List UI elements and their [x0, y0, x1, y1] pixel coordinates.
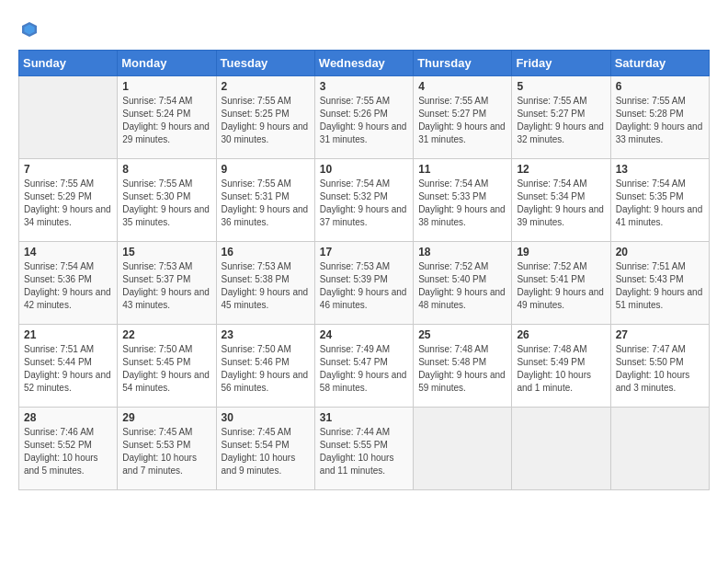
cell-info: Sunrise: 7:48 AMSunset: 5:49 PMDaylight:…: [517, 343, 605, 395]
cell-info: Sunrise: 7:53 AMSunset: 5:38 PMDaylight:…: [222, 260, 310, 312]
day-number: 6: [616, 80, 704, 93]
calendar-cell: 2Sunrise: 7:55 AMSunset: 5:25 PMDaylight…: [216, 76, 314, 159]
day-number: 27: [616, 328, 704, 341]
cell-info: Sunrise: 7:55 AMSunset: 5:26 PMDaylight:…: [320, 95, 408, 146]
header-cell-monday: Monday: [118, 51, 216, 76]
calendar-cell: 8Sunrise: 7:55 AMSunset: 5:30 PMDaylight…: [118, 159, 216, 242]
cell-info: Sunrise: 7:54 AMSunset: 5:36 PMDaylight:…: [24, 260, 112, 312]
day-number: 29: [122, 411, 210, 424]
calendar-week-1: 7Sunrise: 7:55 AMSunset: 5:29 PMDaylight…: [19, 159, 710, 242]
cell-info: Sunrise: 7:55 AMSunset: 5:27 PMDaylight:…: [418, 95, 506, 146]
day-number: 4: [418, 80, 506, 93]
calendar-week-3: 21Sunrise: 7:51 AMSunset: 5:44 PMDayligh…: [19, 325, 710, 408]
calendar-cell: 20Sunrise: 7:51 AMSunset: 5:43 PMDayligh…: [610, 242, 709, 325]
calendar-cell: 14Sunrise: 7:54 AMSunset: 5:36 PMDayligh…: [19, 242, 118, 325]
day-number: 2: [222, 80, 310, 93]
day-number: 12: [517, 163, 605, 176]
cell-info: Sunrise: 7:54 AMSunset: 5:33 PMDaylight:…: [418, 178, 506, 229]
day-number: 14: [24, 246, 112, 259]
calendar-cell: 30Sunrise: 7:45 AMSunset: 5:54 PMDayligh…: [216, 408, 314, 490]
cell-info: Sunrise: 7:48 AMSunset: 5:48 PMDaylight:…: [418, 343, 506, 395]
calendar-cell: 5Sunrise: 7:55 AMSunset: 5:27 PMDaylight…: [512, 76, 610, 159]
calendar-cell: 16Sunrise: 7:53 AMSunset: 5:38 PMDayligh…: [216, 242, 314, 325]
calendar-cell: 19Sunrise: 7:52 AMSunset: 5:41 PMDayligh…: [512, 242, 610, 325]
calendar-week-4: 28Sunrise: 7:46 AMSunset: 5:52 PMDayligh…: [19, 408, 710, 490]
calendar-cell: [19, 76, 118, 159]
day-number: 26: [517, 328, 605, 341]
day-number: 20: [616, 246, 704, 259]
day-number: 25: [418, 328, 506, 341]
day-number: 1: [122, 80, 210, 93]
calendar-body: 1Sunrise: 7:54 AMSunset: 5:24 PMDaylight…: [19, 76, 710, 490]
cell-info: Sunrise: 7:51 AMSunset: 5:44 PMDaylight:…: [24, 343, 112, 395]
calendar-cell: 26Sunrise: 7:48 AMSunset: 5:49 PMDayligh…: [512, 325, 610, 408]
header-row: SundayMondayTuesdayWednesdayThursdayFrid…: [19, 51, 710, 76]
day-number: 13: [616, 163, 704, 176]
day-number: 18: [418, 246, 506, 259]
cell-info: Sunrise: 7:54 AMSunset: 5:32 PMDaylight:…: [320, 178, 408, 229]
day-number: 24: [320, 328, 408, 341]
calendar-cell: 10Sunrise: 7:54 AMSunset: 5:32 PMDayligh…: [314, 159, 413, 242]
cell-info: Sunrise: 7:50 AMSunset: 5:46 PMDaylight:…: [222, 343, 310, 395]
calendar-cell: 21Sunrise: 7:51 AMSunset: 5:44 PMDayligh…: [19, 325, 118, 408]
calendar-cell: [414, 408, 512, 490]
calendar-week-2: 14Sunrise: 7:54 AMSunset: 5:36 PMDayligh…: [19, 242, 710, 325]
cell-info: Sunrise: 7:52 AMSunset: 5:40 PMDaylight:…: [418, 260, 506, 312]
cell-info: Sunrise: 7:46 AMSunset: 5:52 PMDaylight:…: [24, 426, 112, 477]
cell-info: Sunrise: 7:54 AMSunset: 5:24 PMDaylight:…: [122, 95, 210, 146]
calendar-cell: [610, 408, 709, 490]
cell-info: Sunrise: 7:45 AMSunset: 5:53 PMDaylight:…: [122, 426, 210, 477]
day-number: 5: [517, 80, 605, 93]
calendar-cell: 4Sunrise: 7:55 AMSunset: 5:27 PMDaylight…: [414, 76, 512, 159]
cell-info: Sunrise: 7:53 AMSunset: 5:37 PMDaylight:…: [122, 260, 210, 312]
calendar-cell: 27Sunrise: 7:47 AMSunset: 5:50 PMDayligh…: [610, 325, 709, 408]
calendar-cell: 7Sunrise: 7:55 AMSunset: 5:29 PMDaylight…: [19, 159, 118, 242]
calendar-cell: 6Sunrise: 7:55 AMSunset: 5:28 PMDaylight…: [610, 76, 709, 159]
day-number: 9: [222, 163, 310, 176]
header-cell-saturday: Saturday: [610, 51, 709, 76]
cell-info: Sunrise: 7:52 AMSunset: 5:41 PMDaylight:…: [517, 260, 605, 312]
calendar-cell: 23Sunrise: 7:50 AMSunset: 5:46 PMDayligh…: [216, 325, 314, 408]
calendar-cell: 24Sunrise: 7:49 AMSunset: 5:47 PMDayligh…: [314, 325, 413, 408]
calendar-cell: [512, 408, 610, 490]
cell-info: Sunrise: 7:45 AMSunset: 5:54 PMDaylight:…: [222, 426, 310, 477]
day-number: 28: [24, 411, 112, 424]
cell-info: Sunrise: 7:54 AMSunset: 5:35 PMDaylight:…: [616, 178, 704, 229]
cell-info: Sunrise: 7:51 AMSunset: 5:43 PMDaylight:…: [616, 260, 704, 312]
cell-info: Sunrise: 7:55 AMSunset: 5:27 PMDaylight:…: [517, 95, 605, 146]
day-number: 11: [418, 163, 506, 176]
logo-icon: [18, 18, 40, 40]
calendar-cell: 13Sunrise: 7:54 AMSunset: 5:35 PMDayligh…: [610, 159, 709, 242]
day-number: 23: [222, 328, 310, 341]
day-number: 21: [24, 328, 112, 341]
cell-info: Sunrise: 7:53 AMSunset: 5:39 PMDaylight:…: [320, 260, 408, 312]
calendar-header: SundayMondayTuesdayWednesdayThursdayFrid…: [19, 51, 710, 76]
cell-info: Sunrise: 7:55 AMSunset: 5:31 PMDaylight:…: [222, 178, 310, 229]
calendar-cell: 9Sunrise: 7:55 AMSunset: 5:31 PMDaylight…: [216, 159, 314, 242]
day-number: 7: [24, 163, 112, 176]
calendar-cell: 31Sunrise: 7:44 AMSunset: 5:55 PMDayligh…: [314, 408, 413, 490]
day-number: 22: [122, 328, 210, 341]
cell-info: Sunrise: 7:44 AMSunset: 5:55 PMDaylight:…: [320, 426, 408, 477]
calendar-cell: 12Sunrise: 7:54 AMSunset: 5:34 PMDayligh…: [512, 159, 610, 242]
calendar-cell: 29Sunrise: 7:45 AMSunset: 5:53 PMDayligh…: [118, 408, 216, 490]
day-number: 16: [222, 246, 310, 259]
cell-info: Sunrise: 7:55 AMSunset: 5:28 PMDaylight:…: [616, 95, 704, 146]
day-number: 30: [222, 411, 310, 424]
day-number: 8: [122, 163, 210, 176]
day-number: 31: [320, 411, 408, 424]
header-cell-sunday: Sunday: [19, 51, 118, 76]
day-number: 15: [122, 246, 210, 259]
cell-info: Sunrise: 7:49 AMSunset: 5:47 PMDaylight:…: [320, 343, 408, 395]
header-cell-tuesday: Tuesday: [216, 51, 314, 76]
header-cell-thursday: Thursday: [414, 51, 512, 76]
header-cell-friday: Friday: [512, 51, 610, 76]
day-number: 10: [320, 163, 408, 176]
calendar-week-0: 1Sunrise: 7:54 AMSunset: 5:24 PMDaylight…: [19, 76, 710, 159]
calendar-cell: 22Sunrise: 7:50 AMSunset: 5:45 PMDayligh…: [118, 325, 216, 408]
calendar-cell: 17Sunrise: 7:53 AMSunset: 5:39 PMDayligh…: [314, 242, 413, 325]
calendar-cell: 15Sunrise: 7:53 AMSunset: 5:37 PMDayligh…: [118, 242, 216, 325]
day-number: 3: [320, 80, 408, 93]
cell-info: Sunrise: 7:55 AMSunset: 5:25 PMDaylight:…: [222, 95, 310, 146]
calendar-table: SundayMondayTuesdayWednesdayThursdayFrid…: [18, 50, 710, 490]
